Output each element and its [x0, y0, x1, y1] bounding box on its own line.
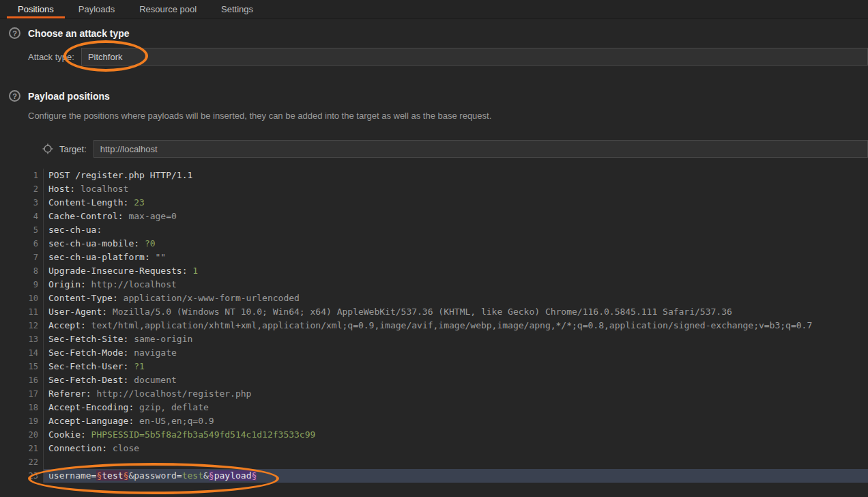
request-line[interactable]: 22: [28, 455, 868, 469]
crosshair-target-icon: [42, 143, 53, 154]
tab-positions[interactable]: Positions: [5, 0, 66, 18]
request-line-text: POST /register.php HTTP/1.1: [44, 169, 868, 182]
line-number: 1: [28, 169, 44, 182]
request-line-text: username=§test§&password=test&§payload§: [44, 469, 868, 483]
line-number: 21: [28, 442, 44, 455]
request-line[interactable]: 15Sec-Fetch-User: ?1: [28, 360, 868, 373]
request-line[interactable]: 17Referer: http://localhost/register.php: [28, 387, 868, 401]
request-line-text: sec-ch-ua-mobile: ?0: [44, 237, 868, 251]
help-icon[interactable]: ?: [9, 27, 20, 39]
request-line[interactable]: 14Sec-Fetch-Mode: navigate: [28, 346, 868, 360]
line-number: 4: [28, 210, 44, 223]
request-line-text: Referer: http://localhost/register.php: [44, 387, 868, 401]
request-line[interactable]: 12Accept: text/html,application/xhtml+xm…: [28, 319, 868, 332]
line-number: 8: [28, 264, 44, 278]
request-line[interactable]: 18Accept-Encoding: gzip, deflate: [28, 401, 868, 414]
line-number: 14: [28, 346, 44, 360]
intruder-tab-bar: Positions Payloads Resource pool Setting…: [0, 0, 868, 19]
attack-type-row: Attack type: Pitchfork: [28, 48, 868, 66]
payload-positions-section-title: Payload positions: [28, 91, 110, 102]
payload-positions-description: Configure the positions where payloads w…: [28, 111, 868, 121]
line-number: 23: [28, 469, 44, 483]
line-number: 12: [28, 319, 44, 332]
request-line-text: User-Agent: Mozilla/5.0 (Windows NT 10.0…: [44, 305, 868, 319]
line-number: 20: [28, 428, 44, 442]
attack-type-selected-value: Pitchfork: [88, 52, 123, 62]
tab-payloads-label: Payloads: [78, 4, 115, 14]
request-line-text: Accept: text/html,application/xhtml+xml,…: [44, 319, 868, 332]
line-number: 3: [28, 196, 44, 210]
request-line[interactable]: 8Upgrade-Insecure-Requests: 1: [28, 264, 868, 278]
tab-resource-pool[interactable]: Resource pool: [127, 0, 209, 18]
line-number: 17: [28, 387, 44, 401]
request-editor-lines: 1POST /register.php HTTP/1.12Host: local…: [28, 169, 868, 483]
request-line[interactable]: 19Accept-Language: en-US,en;q=0.9: [28, 414, 868, 428]
request-line-text: Content-Length: 23: [44, 196, 868, 210]
target-row: Target: http://localhost: [42, 140, 868, 158]
request-editor[interactable]: 1POST /register.php HTTP/1.12Host: local…: [28, 169, 868, 483]
request-line-text: [44, 455, 868, 469]
target-url-value: http://localhost: [100, 144, 158, 154]
request-line[interactable]: 4Cache-Control: max-age=0: [28, 210, 868, 223]
request-line[interactable]: 23username=§test§&password=test&§payload…: [28, 469, 868, 483]
line-number: 19: [28, 414, 44, 428]
line-number: 9: [28, 278, 44, 292]
help-icon[interactable]: ?: [9, 90, 20, 102]
tab-positions-label: Positions: [18, 4, 54, 14]
attack-type-label: Attack type:: [28, 52, 74, 62]
target-url-field[interactable]: http://localhost: [93, 140, 868, 158]
line-number: 15: [28, 360, 44, 373]
request-line-text: Host: localhost: [44, 182, 868, 196]
payload-positions-section-header: ? Payload positions: [9, 90, 868, 102]
request-line-text: Connection: close: [44, 442, 868, 455]
line-number: 10: [28, 292, 44, 305]
attack-type-section-header: ? Choose an attack type: [9, 27, 868, 39]
line-number: 2: [28, 182, 44, 196]
request-line[interactable]: 9Origin: http://localhost: [28, 278, 868, 292]
request-line[interactable]: 11User-Agent: Mozilla/5.0 (Windows NT 10…: [28, 305, 868, 319]
request-line[interactable]: 6sec-ch-ua-mobile: ?0: [28, 237, 868, 251]
line-number: 5: [28, 223, 44, 237]
line-number: 13: [28, 332, 44, 346]
request-line[interactable]: 2Host: localhost: [28, 182, 868, 196]
request-line-text: Sec-Fetch-Mode: navigate: [44, 346, 868, 360]
tab-resource-pool-label: Resource pool: [139, 4, 197, 14]
request-line-text: Content-Type: application/x-www-form-url…: [44, 292, 868, 305]
request-line[interactable]: 7sec-ch-ua-platform: "": [28, 251, 868, 264]
request-line-text: Accept-Language: en-US,en;q=0.9: [44, 414, 868, 428]
line-number: 22: [28, 455, 44, 469]
request-line-text: Cookie: PHPSESSID=5b5f8a2fb3a549fd514c1d…: [44, 428, 868, 442]
request-line-text: sec-ch-ua:: [44, 223, 868, 237]
tab-settings-label: Settings: [221, 4, 253, 14]
request-line[interactable]: 5sec-ch-ua:: [28, 223, 868, 237]
tab-settings[interactable]: Settings: [209, 0, 265, 18]
request-line-text: Sec-Fetch-User: ?1: [44, 360, 868, 373]
request-line-text: Origin: http://localhost: [44, 278, 868, 292]
attack-type-section-title: Choose an attack type: [28, 28, 130, 39]
request-line[interactable]: 1POST /register.php HTTP/1.1: [28, 169, 868, 182]
request-line[interactable]: 3Content-Length: 23: [28, 196, 868, 210]
attack-type-select[interactable]: Pitchfork: [81, 48, 868, 66]
request-line[interactable]: 21Connection: close: [28, 442, 868, 455]
target-label: Target:: [59, 144, 87, 154]
line-number: 11: [28, 305, 44, 319]
request-line-text: sec-ch-ua-platform: "": [44, 251, 868, 264]
request-line-text: Accept-Encoding: gzip, deflate: [44, 401, 868, 414]
line-number: 18: [28, 401, 44, 414]
request-line-text: Sec-Fetch-Site: same-origin: [44, 332, 868, 346]
line-number: 16: [28, 373, 44, 387]
request-line[interactable]: 16Sec-Fetch-Dest: document: [28, 373, 868, 387]
request-line[interactable]: 20Cookie: PHPSESSID=5b5f8a2fb3a549fd514c…: [28, 428, 868, 442]
request-line[interactable]: 13Sec-Fetch-Site: same-origin: [28, 332, 868, 346]
request-line-text: Upgrade-Insecure-Requests: 1: [44, 264, 868, 278]
tab-payloads[interactable]: Payloads: [66, 0, 127, 18]
line-number: 6: [28, 237, 44, 251]
request-line-text: Sec-Fetch-Dest: document: [44, 373, 868, 387]
line-number: 7: [28, 251, 44, 264]
request-line-text: Cache-Control: max-age=0: [44, 210, 868, 223]
request-line[interactable]: 10Content-Type: application/x-www-form-u…: [28, 292, 868, 305]
